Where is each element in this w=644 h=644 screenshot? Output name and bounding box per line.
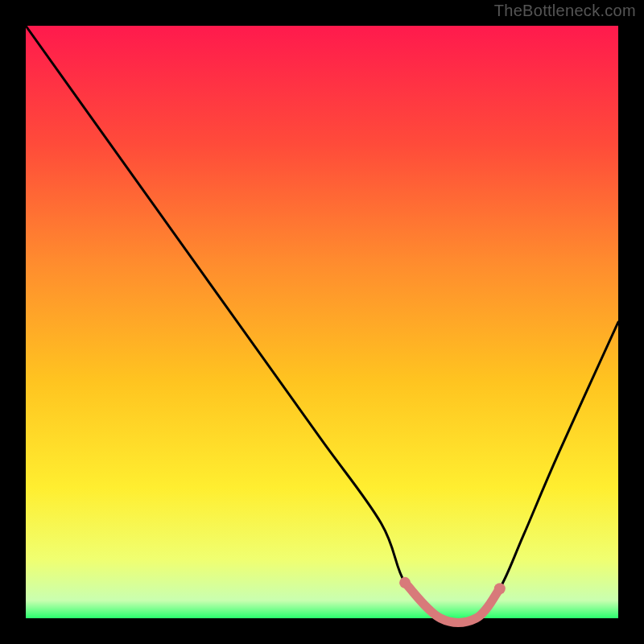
optimal-range-end-marker — [494, 583, 506, 594]
bottleneck-chart — [0, 0, 644, 644]
optimal-range-start-marker — [399, 577, 411, 588]
watermark-text: TheBottleneck.com — [494, 2, 636, 20]
chart-stage: TheBottleneck.com — [0, 0, 644, 644]
plot-background — [26, 26, 618, 618]
